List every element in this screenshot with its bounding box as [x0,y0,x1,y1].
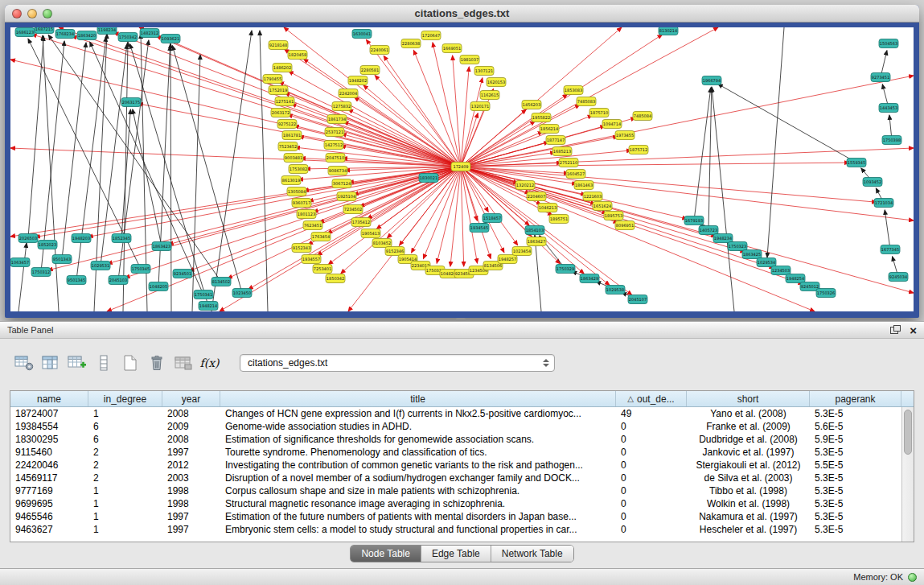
function-builder-button[interactable]: f(x) [199,351,220,375]
graph-node[interactable]: 1753082 [289,165,308,174]
table-cell[interactable]: 2008 [162,433,220,446]
table-cell[interactable]: 1997 [162,523,220,536]
graph-node[interactable]: 7485083 [577,97,596,106]
graph-node[interactable]: 2045107 [628,295,647,304]
graph-node[interactable]: 1456203 [522,101,541,109]
graph-node[interactable]: 1863427 [527,237,546,246]
table-cell[interactable]: 5.6E-5 [810,420,901,433]
table-cell[interactable]: 9699695 [10,497,88,510]
graph-node[interactable]: 1686123 [15,28,35,37]
create-column-button[interactable] [66,351,88,375]
graph-node[interactable]: 1875712 [629,146,648,154]
graph-node[interactable]: 1752019 [269,86,288,95]
graph-node[interactable]: 9152343 [292,244,311,253]
graph-node[interactable]: 2280581 [360,66,380,75]
graph-node[interactable]: 9501345 [67,276,86,285]
graph-node[interactable]: 1721034 [874,199,893,208]
graph-node[interactable]: 1852023 [38,241,57,249]
table-cell[interactable]: 5.3E-5 [810,446,901,459]
table-cell[interactable]: 18300295 [10,433,88,446]
table-cell[interactable]: Investigating the contribution of common… [220,459,616,472]
graph-node[interactable]: 8103452 [372,239,392,248]
graph-node[interactable]: 1750329 [556,265,575,274]
table-cell[interactable]: 6 [88,433,162,446]
table-cell[interactable]: 2008 [162,407,220,420]
graph-node[interactable]: 1850342 [326,274,345,283]
graph-node[interactable]: 1482312 [140,29,159,38]
graph-node[interactable]: 1518457 [483,214,502,223]
table-cell[interactable]: 0 [616,472,687,484]
table-cell[interactable]: Changes of HCN gene expression and I(f) … [220,407,616,420]
table-cell[interactable]: Embryonic stem cells: a model to study s… [220,523,616,536]
graph-node[interactable]: 1604527 [566,170,585,179]
table-cell[interactable]: 1 [88,510,162,523]
graph-node[interactable]: 1735412 [351,218,371,227]
table-options-button[interactable] [13,351,35,375]
graph-node[interactable]: 1863423 [152,242,171,251]
table-row[interactable]: 977716911998Corpus callosum shape and si… [10,484,914,497]
table-cell[interactable]: Estimation of significance thresholds fo… [220,433,616,446]
table-row[interactable]: 1456911722003Disruption of a novel membe… [10,472,914,484]
tab-node-table[interactable]: Node Table [351,546,421,562]
float-panel-icon[interactable] [890,323,901,337]
table-cell[interactable]: Jankovic et al. (1997) [687,446,810,459]
graph-node[interactable]: 2537121 [325,128,344,137]
graph-node[interactable]: 8130214 [659,27,678,35]
graph-node[interactable]: 3067124 [332,179,351,188]
graph-node[interactable]: 8096951 [615,221,634,230]
table-cell[interactable]: Dudbridge et al. (2008) [687,433,810,446]
graph-node[interactable]: 1093621 [161,35,180,43]
graph-node[interactable]: 9360717 [292,199,311,208]
table-cell[interactable]: 5.3E-5 [810,510,901,523]
delete-table-button[interactable] [146,351,167,375]
graph-node[interactable]: 1651624 [593,202,612,211]
graph-node[interactable]: 1948203 [72,234,91,243]
graph-node[interactable]: 1830021 [419,174,438,183]
new-row-button[interactable] [92,351,114,375]
graph-node[interactable]: 1023450 [232,289,252,298]
table-cell[interactable]: 5.3E-5 [810,497,901,510]
table-cell[interactable]: 9115460 [10,446,88,459]
graph-node[interactable]: 9003481 [284,154,303,163]
graph-node[interactable]: 9275122 [277,120,297,129]
table-cell[interactable]: 0 [616,523,687,536]
graph-node[interactable]: 1620153 [487,78,506,87]
graph-node[interactable]: 1763454 [311,233,331,241]
graph-node[interactable]: 1750342 [118,33,138,42]
graph-node[interactable]: 1750345 [131,265,150,274]
graph-node[interactable]: 1820458 [288,51,307,60]
import-table-button[interactable] [172,351,194,375]
graph-node[interactable]: 1221603 [583,192,602,201]
table-cell[interactable]: 1 [88,497,162,510]
table-cell[interactable]: 5.5E-5 [810,459,901,472]
table-cell[interactable]: 1 [88,407,162,420]
graph-node[interactable]: 1948214 [199,302,218,311]
table-cell[interactable]: 0 [616,484,687,497]
table-cell[interactable]: de Silva et al. (2003) [687,472,810,484]
graph-node[interactable]: 7234502 [343,205,363,214]
graph-node[interactable]: 1925104 [337,192,356,201]
table-cell[interactable]: 0 [616,433,687,446]
graph-node[interactable]: 1853083 [564,86,583,95]
table-cell[interactable]: 9777169 [10,484,88,497]
show-columns-button[interactable] [39,351,61,375]
graph-node[interactable]: 9086734 [328,167,347,175]
graph-node[interactable]: 1955822 [532,113,551,122]
graph-node[interactable]: 1877147 [546,136,565,145]
graph-node[interactable]: 1234503 [771,266,791,275]
table-cell[interactable]: 49 [616,407,687,420]
table-cell[interactable]: 9465546 [10,510,88,523]
graph-node[interactable]: 1863420 [77,31,97,40]
column-header-in-degree[interactable]: in_degree [88,391,162,406]
graph-node[interactable]: 7623451 [303,221,322,230]
graph-node[interactable]: 1405723 [699,226,718,235]
graph-node[interactable]: 1023454 [512,247,532,256]
graph-node[interactable]: 1093452 [863,178,882,187]
graph-node[interactable]: 1750323 [728,242,747,251]
graph-node[interactable]: 1679193 [684,216,704,225]
graph-node[interactable]: 1559345 [847,159,866,167]
table-cell[interactable]: Hescheler et al. (1997) [687,523,810,536]
table-cell[interactable]: 1 [88,523,162,536]
table-cell[interactable]: 0 [616,459,687,472]
graph-node[interactable]: 2047510 [326,154,345,163]
